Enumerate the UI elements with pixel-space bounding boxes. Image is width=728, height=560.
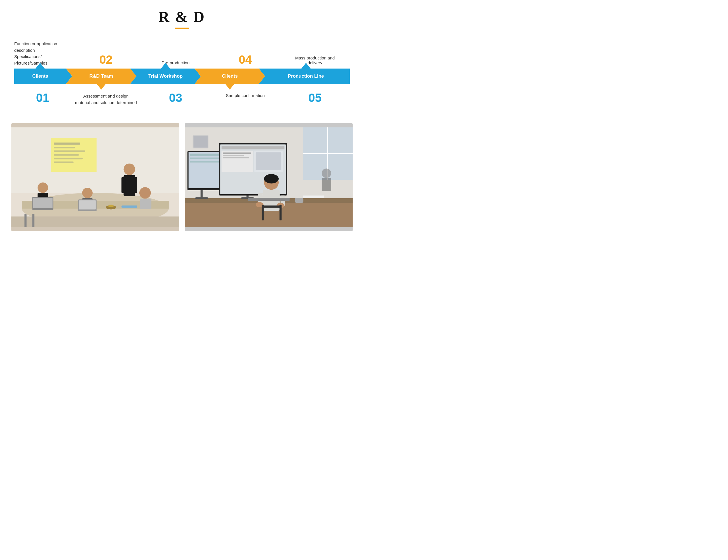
page-title-section: R & D: [11, 9, 353, 29]
step03-number: 03: [169, 92, 182, 104]
clients2-down-arrow: [225, 84, 234, 90]
step02-top-label: 02: [71, 54, 141, 69]
step04-number: 04: [239, 54, 252, 66]
step01-number: 01: [36, 92, 49, 104]
svg-rect-18: [54, 162, 73, 163]
svg-rect-36: [108, 205, 113, 207]
svg-rect-38: [11, 216, 179, 227]
svg-rect-80: [280, 205, 282, 220]
trial-up-arrow: [161, 63, 170, 69]
svg-rect-78: [262, 206, 281, 208]
svg-rect-13: [54, 142, 80, 144]
step05-number: 05: [308, 92, 322, 104]
step01-bottom: 01: [14, 92, 71, 104]
svg-rect-28: [33, 198, 53, 208]
svg-rect-62: [256, 152, 281, 170]
svg-text:Production Line: Production Line: [288, 73, 324, 79]
rdteam-down-arrow: [97, 84, 106, 90]
svg-text:Trial Workshop: Trial Workshop: [148, 73, 183, 79]
svg-rect-39: [24, 214, 26, 227]
svg-rect-24: [133, 177, 137, 193]
svg-text:R&D Team: R&D Team: [89, 73, 113, 79]
flow-svg: Clients R&D Team Trial Workshop Clients …: [14, 69, 350, 84]
svg-rect-30: [140, 199, 152, 209]
sample-confirmation-desc: Sample confirmation: [210, 92, 280, 98]
svg-point-21: [124, 164, 135, 175]
svg-text:Clients: Clients: [222, 73, 238, 79]
meeting-photo: [11, 123, 179, 231]
svg-rect-63: [223, 152, 251, 154]
svg-rect-40: [32, 214, 34, 227]
svg-rect-23: [121, 177, 126, 193]
mass-production-text: Mass production and delivery: [294, 55, 336, 65]
svg-rect-14: [54, 147, 75, 148]
svg-point-67: [264, 174, 279, 183]
preproduction-label: Pre-production: [141, 60, 210, 69]
svg-rect-49: [195, 197, 208, 199]
svg-rect-73: [248, 198, 290, 201]
computer-photo: [185, 123, 353, 231]
step03-bottom: 03: [141, 92, 210, 104]
step02-number: 02: [99, 54, 113, 66]
assessment-text: Assessment and designmaterial and soluti…: [75, 93, 137, 106]
images-section: [11, 123, 353, 231]
svg-point-25: [38, 182, 48, 193]
title-underline: [175, 28, 189, 29]
bottom-labels-row: 01 Assessment and designmaterial and sol…: [14, 92, 350, 115]
production-up-arrow: [301, 63, 311, 69]
svg-rect-65: [223, 157, 249, 158]
svg-rect-74: [295, 198, 303, 203]
sample-confirmation-text: Sample confirmation: [226, 93, 265, 98]
step04-top-label: 04: [210, 54, 280, 69]
svg-rect-17: [54, 158, 82, 160]
svg-rect-82: [193, 136, 208, 148]
svg-rect-79: [262, 205, 264, 220]
svg-point-31: [82, 188, 93, 198]
svg-rect-37: [121, 206, 137, 208]
mass-production-label: Mass production and delivery: [280, 55, 350, 69]
svg-rect-64: [223, 155, 244, 156]
process-diagram: Function or application description Spec…: [11, 37, 353, 115]
svg-rect-15: [54, 150, 85, 152]
svg-rect-34: [79, 200, 96, 209]
svg-point-76: [322, 169, 331, 178]
assessment-desc: Assessment and designmaterial and soluti…: [71, 92, 141, 106]
svg-point-29: [139, 187, 151, 199]
svg-rect-75: [303, 196, 324, 198]
page-title: R & D: [11, 9, 353, 25]
svg-text:Clients: Clients: [32, 73, 48, 79]
flow-bar: Clients R&D Team Trial Workshop Clients …: [14, 69, 350, 84]
meeting-scene-svg: [11, 123, 179, 231]
svg-rect-16: [54, 154, 79, 156]
step05-bottom: 05: [280, 92, 350, 104]
clients1-up-arrow: [36, 63, 45, 69]
svg-rect-77: [322, 178, 331, 191]
svg-rect-59: [222, 146, 284, 149]
computer-scene-svg: [185, 123, 353, 231]
